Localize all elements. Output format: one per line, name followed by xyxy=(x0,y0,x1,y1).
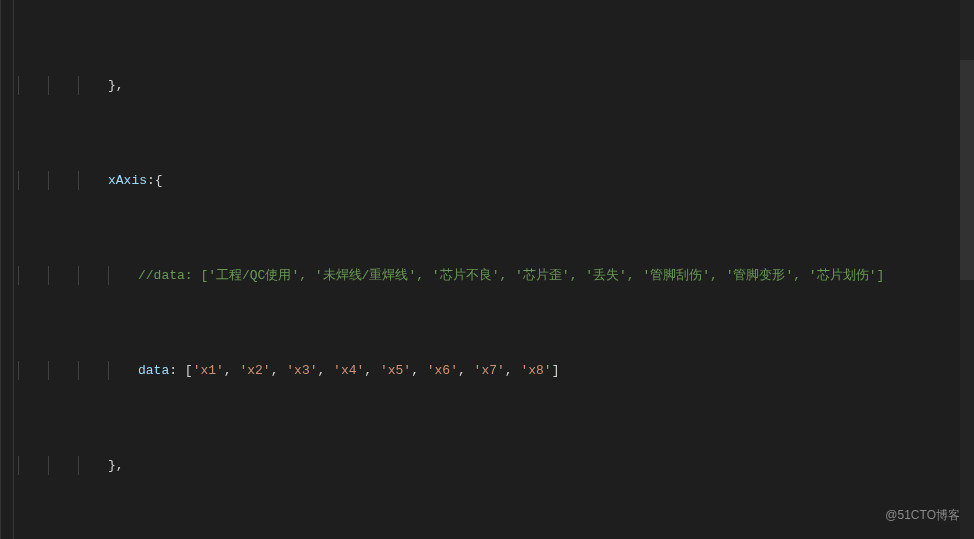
scroll-thumb[interactable] xyxy=(960,60,974,280)
code-line: }, xyxy=(18,76,974,95)
code-line: //data: ['工程/QC使用', '未焊线/重焊线', '芯片不良', '… xyxy=(18,266,974,285)
code-line: }, xyxy=(18,456,974,475)
vertical-scrollbar[interactable] xyxy=(960,0,974,539)
code-area[interactable]: }, xAxis:{ //data: ['工程/QC使用', '未焊线/重焊线'… xyxy=(14,0,974,539)
gutter xyxy=(0,0,14,539)
watermark: @51CTO博客 xyxy=(885,506,960,525)
code-editor[interactable]: }, xAxis:{ //data: ['工程/QC使用', '未焊线/重焊线'… xyxy=(0,0,974,539)
code-line: xAxis:{ xyxy=(18,171,974,190)
code-line: data: [ 'x1', 'x2', 'x3', 'x4', 'x5', 'x… xyxy=(18,361,974,380)
